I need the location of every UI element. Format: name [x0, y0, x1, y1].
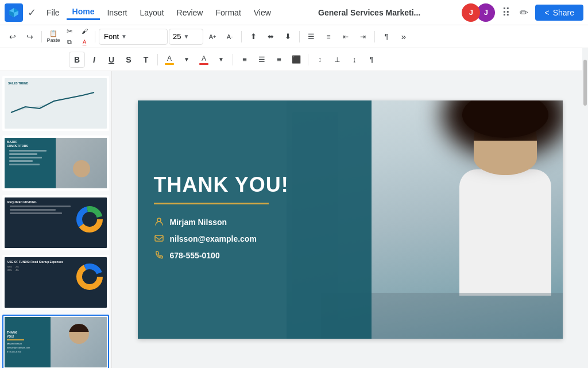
divider3 [241, 31, 242, 42]
nav-layout[interactable]: Layout [134, 6, 169, 20]
undo-button[interactable]: ↩ [5, 29, 21, 45]
align-bottom-button[interactable]: ⬇ [280, 29, 296, 45]
checkmark-icon[interactable]: ✓ [28, 6, 36, 19]
format-paint-button[interactable]: 🖌 [78, 26, 91, 36]
slide-thumb-1[interactable]: SALES TREND [2, 76, 109, 131]
nav-home[interactable]: Home [67, 5, 100, 20]
highlight-color-button[interactable]: A [161, 52, 177, 68]
divider6 [157, 54, 158, 65]
slide3-title: REQUIRED FUNDING [7, 200, 73, 204]
font-selector[interactable]: Font ▼ [99, 29, 168, 45]
underline-button[interactable]: U [103, 52, 119, 68]
clear-format-button[interactable]: A [78, 37, 91, 47]
transform-button[interactable]: T [138, 52, 154, 68]
slide-thumb-3[interactable]: REQUIRED FUNDING [2, 195, 109, 250]
paste-button[interactable]: 📋 Paste [45, 29, 61, 45]
more-options-button[interactable]: » [396, 29, 412, 45]
divider4 [299, 31, 300, 42]
slide5-photo-mini [51, 317, 107, 367]
share-button[interactable]: < Share [535, 5, 583, 21]
slide4-pie [75, 262, 104, 291]
main-slide: THANK YOU! Mirjam Nilsson [138, 100, 563, 339]
divider1 [41, 31, 42, 42]
document-title: General Services Marketi... [284, 8, 455, 17]
font-color-icon: A [202, 55, 206, 63]
italic-button[interactable]: I [86, 52, 102, 68]
slide-thumb-5[interactable]: THANKYOU! Mirjam Nilsson nilsson@example… [2, 315, 109, 368]
nav-insert[interactable]: Insert [101, 6, 133, 20]
content-area: THANK YOU! Mirjam Nilsson [112, 71, 588, 368]
slide-thumb-4[interactable]: USE OF FUNDS: Fixed Startup Expenses 68%… [2, 255, 109, 310]
font-dropdown-icon: ▼ [121, 33, 127, 40]
font-color-button[interactable]: A [196, 52, 212, 68]
toolbar-row2: B I U S T A ▼ A ▼ ≡ ☰ ≡ ⬛ ↕ ⊥ ↨ ¶ [0, 48, 588, 71]
font-size-decrease-button[interactable]: A- [222, 29, 238, 45]
nav-view[interactable]: View [248, 6, 277, 20]
slide3-pie [75, 205, 104, 234]
cut-button[interactable]: ✂ [63, 26, 76, 36]
slide5-email-mini: nilsson@example.com [7, 346, 48, 349]
bold-button[interactable]: B [69, 52, 85, 68]
nav-review[interactable]: Review [171, 6, 209, 20]
strikethrough-button[interactable]: S [121, 52, 137, 68]
teal-content-box: THANK YOU! Mirjam Nilsson [138, 100, 372, 339]
paste-label: Paste [47, 37, 60, 43]
main-area: SALES TREND MAJORCOMPETITORS [0, 71, 588, 368]
nav-format[interactable]: Format [210, 6, 246, 20]
slide5-name-mini: Mirjam Nilsson [7, 342, 48, 345]
slide2-title: MAJORCOMPETITORS [7, 140, 53, 148]
vertical-scrollbar[interactable] [582, 71, 588, 307]
align-right-button[interactable]: ≡ [271, 52, 287, 68]
text-color-dropdown[interactable]: ▼ [179, 52, 195, 68]
text-fit-button[interactable]: ↕ [312, 52, 328, 68]
align-left-button[interactable]: ≡ [237, 52, 253, 68]
share-icon: < [544, 8, 549, 17]
font-color-dropdown[interactable]: ▼ [213, 52, 229, 68]
contact-name-row: Mirjam Nilsson [154, 217, 355, 228]
slides-panel: SALES TREND MAJORCOMPETITORS [0, 71, 112, 368]
thank-you-heading: THANK YOU! [154, 173, 355, 197]
edit-icon[interactable]: ✏ [517, 4, 531, 21]
apps-grid-icon[interactable]: ⠿ [500, 3, 513, 22]
font-size-selector[interactable]: 25 ▼ [169, 29, 203, 45]
divider5 [374, 31, 375, 42]
contact-email-row: nilsson@example.com [154, 234, 355, 245]
align-center-button[interactable]: ☰ [254, 52, 270, 68]
font-size-increase-button[interactable]: A+ [204, 29, 220, 45]
nav-file[interactable]: File [41, 6, 65, 20]
contact-name: Mirjam Nilsson [170, 218, 227, 227]
align-middle-button[interactable]: ⬌ [262, 29, 278, 45]
paragraph-dir-button[interactable]: ¶ [378, 29, 394, 45]
gold-divider [154, 203, 269, 204]
decrease-indent-button[interactable]: ⇤ [338, 29, 354, 45]
app-logo[interactable] [5, 3, 23, 22]
person-face [474, 141, 537, 175]
copy-button[interactable]: ⧉ [63, 37, 76, 47]
person-head [474, 106, 537, 175]
paragraph-spacing-button[interactable]: ¶ [363, 52, 380, 68]
svg-point-10 [157, 218, 161, 222]
person-figure [459, 106, 551, 296]
increase-indent-button[interactable]: ⇥ [355, 29, 371, 45]
divider7 [233, 54, 233, 65]
line-spacing-button[interactable]: ↨ [346, 52, 362, 68]
slide5-gold-line [7, 339, 24, 340]
contact-email: nilsson@example.com [170, 234, 257, 243]
slide-thumb-2[interactable]: MAJORCOMPETITORS [2, 135, 109, 191]
svg-rect-11 [155, 235, 163, 241]
align-justify-button[interactable]: ⬛ [288, 52, 304, 68]
highlight-icon: A [167, 55, 172, 63]
avatar-user1[interactable]: J [462, 3, 480, 22]
align-top-button[interactable]: ⬆ [245, 29, 261, 45]
fontsize-dropdown-icon: ▼ [183, 33, 189, 40]
nav-menu: File Home Insert Layout Review Format Vi… [41, 5, 277, 20]
bullet-list-button[interactable]: ☰ [303, 29, 319, 45]
person-body [459, 169, 551, 296]
top-nav: ✓ File Home Insert Layout Review Format … [0, 0, 588, 25]
person-hair [462, 100, 548, 138]
redo-button[interactable]: ↪ [22, 29, 38, 45]
email-icon [154, 234, 164, 245]
baseline-button[interactable]: ⊥ [329, 52, 345, 68]
format-actions: 🖌 A [78, 26, 91, 47]
numbered-list-button[interactable]: ≡ [320, 29, 336, 45]
